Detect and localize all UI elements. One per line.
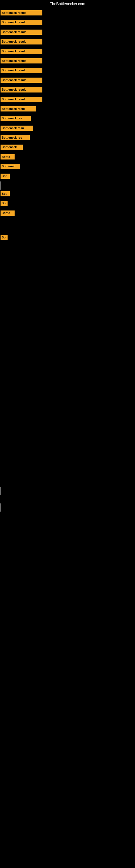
bottleneck-bar-6: Bottleneck result [1,58,42,63]
row-2: Bottleneck result [0,18,135,28]
bottleneck-bar-22: Bottle [1,211,14,216]
bottleneck-bar-10: Bottleneck result [1,97,42,102]
spacer-4 [0,406,135,487]
bottleneck-bar-20: Bot [1,191,10,196]
vertical-line-1 [0,182,1,190]
bottleneck-bar-12: Bottleneck res [1,116,31,121]
spacer-2 [0,243,135,324]
bottleneck-bar-17: Bottlenec [1,164,20,169]
row-6: Bottleneck result [0,57,135,66]
row-1: Bottleneck result [0,9,135,18]
row-8: Bottleneck result [0,76,135,86]
spacer-3 [0,324,135,406]
bottleneck-bar-9: Bottleneck result [1,87,42,92]
page-wrapper: TheBottlenecker.com Bottleneck result Bo… [0,0,135,539]
bottleneck-bar-16: Bottle [1,154,14,159]
bottleneck-bar-14: Bottleneck res [1,135,30,140]
spacer-5 [0,495,135,503]
row-7: Bottleneck result [0,66,135,76]
row-22: Bottle [0,209,135,218]
bottleneck-bar-18: Bot [1,174,10,179]
bottleneck-bar-1: Bottleneck result [1,10,42,16]
bottom-line-row-2 [0,503,135,512]
bottleneck-bar-4: Bottleneck result [1,39,42,44]
bottleneck-bar-8: Bottleneck result [1,78,42,83]
row-23: Bo [0,233,135,243]
row-21: Bo [0,199,135,209]
row-17: Bottlenec [0,162,135,172]
row-18: Bot [0,172,135,182]
row-16: Bottle [0,153,135,162]
bottleneck-bar-11: Bottleneck resul [1,106,36,112]
row-20: Bot [0,190,135,199]
spacer-1 [0,218,135,233]
bottleneck-bar-3: Bottleneck result [1,30,42,35]
vertical-line-2 [0,487,1,495]
spacer-6 [0,512,135,539]
bottleneck-bar-2: Bottleneck result [1,20,42,25]
vertical-line-3 [0,503,1,512]
bottleneck-bar-7: Bottleneck result [1,68,42,73]
row-13: Bottleneck resu [0,124,135,133]
bottleneck-bar-21: Bo [1,201,8,206]
row-19 [0,182,135,190]
site-title-bar: TheBottlenecker.com [0,0,135,8]
bottleneck-bar-5: Bottleneck result [1,49,42,54]
row-15: Bottleneck [0,143,135,152]
row-12: Bottleneck res [0,114,135,124]
row-5: Bottleneck result [0,47,135,57]
bottom-line-row-1 [0,487,135,495]
row-10: Bottleneck result [0,95,135,105]
row-11: Bottleneck resul [0,105,135,114]
row-4: Bottleneck result [0,37,135,47]
row-3: Bottleneck result [0,28,135,37]
bottleneck-bar-23: Bo [1,235,8,240]
bottleneck-bar-13: Bottleneck resu [1,126,33,131]
site-title-text: TheBottlenecker.com [50,2,85,6]
row-9: Bottleneck result [0,86,135,95]
bottleneck-bar-15: Bottleneck [1,145,23,150]
row-14: Bottleneck res [0,133,135,143]
